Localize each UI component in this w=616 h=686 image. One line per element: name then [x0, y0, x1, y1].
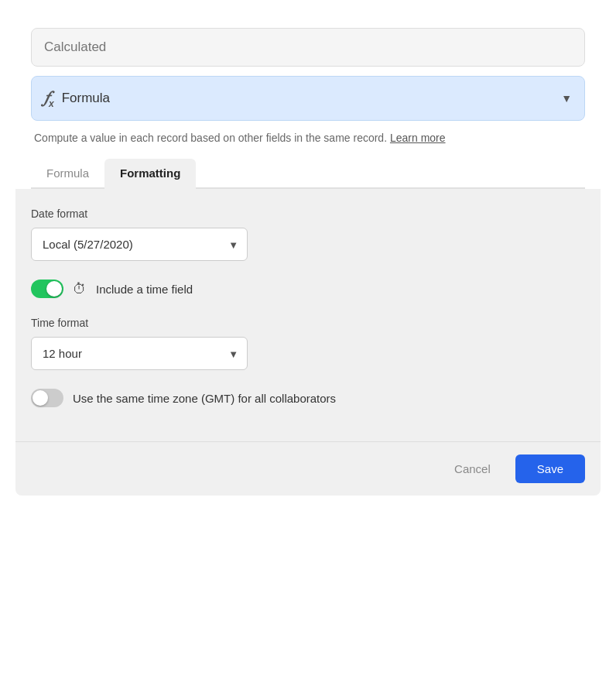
include-time-label: Include a time field — [96, 283, 193, 296]
learn-more-link[interactable]: Learn more — [390, 132, 446, 144]
formula-selector-left: 𝑓x Formula — [44, 87, 110, 109]
time-format-select[interactable]: 12 hour 24 hour — [31, 337, 248, 370]
formula-selector-label: Formula — [62, 91, 110, 106]
footer: Cancel Save — [15, 441, 601, 496]
top-section: Calculated 𝑓x Formula ▼ Compute a value … — [15, 15, 601, 189]
main-content: Date format Local (5/27/2020) Friendly (… — [15, 189, 601, 441]
save-button[interactable]: Save — [515, 454, 585, 483]
tabs: Formula Formatting — [31, 159, 585, 189]
toggle-knob — [46, 281, 62, 297]
tab-formatting[interactable]: Formatting — [104, 159, 196, 189]
date-format-select[interactable]: Local (5/27/2020) Friendly (May 27, 2020… — [31, 228, 248, 261]
tab-formula[interactable]: Formula — [31, 159, 104, 189]
formula-icon: 𝑓x — [44, 87, 54, 109]
timezone-toggle[interactable] — [31, 389, 63, 407]
include-time-row: ⏱ Include a time field — [31, 280, 585, 298]
time-format-label: Time format — [31, 317, 585, 329]
timezone-row: Use the same time zone (GMT) for all col… — [31, 389, 585, 407]
timezone-toggle-knob — [33, 390, 48, 406]
formula-selector[interactable]: 𝑓x Formula ▼ — [31, 76, 585, 121]
time-format-select-wrapper: 12 hour 24 hour ▼ — [31, 337, 248, 370]
calculated-input[interactable]: Calculated — [31, 28, 585, 67]
cancel-button[interactable]: Cancel — [439, 454, 506, 483]
clock-icon: ⏱ — [73, 281, 87, 297]
modal: Calculated 𝑓x Formula ▼ Compute a value … — [15, 15, 601, 496]
date-format-label: Date format — [31, 208, 585, 220]
date-format-select-wrapper: Local (5/27/2020) Friendly (May 27, 2020… — [31, 228, 248, 261]
chevron-down-icon: ▼ — [561, 92, 572, 105]
include-time-toggle[interactable] — [31, 280, 63, 298]
description: Compute a value in each record based on … — [31, 130, 585, 146]
timezone-label: Use the same time zone (GMT) for all col… — [73, 392, 336, 405]
